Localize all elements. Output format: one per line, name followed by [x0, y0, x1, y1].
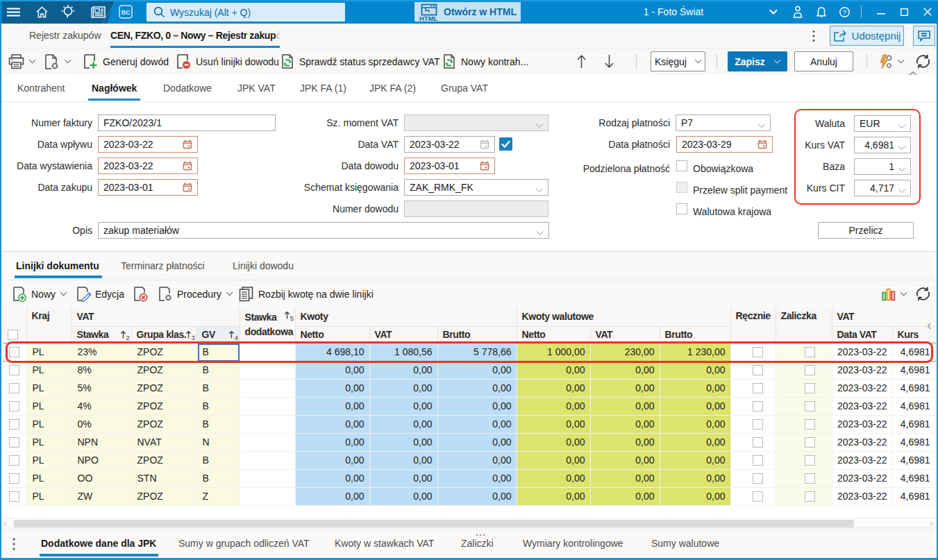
svg-text:HTML: HTML [419, 15, 437, 22]
svg-text:BC: BC [121, 9, 130, 16]
svg-text:?: ? [842, 8, 846, 16]
